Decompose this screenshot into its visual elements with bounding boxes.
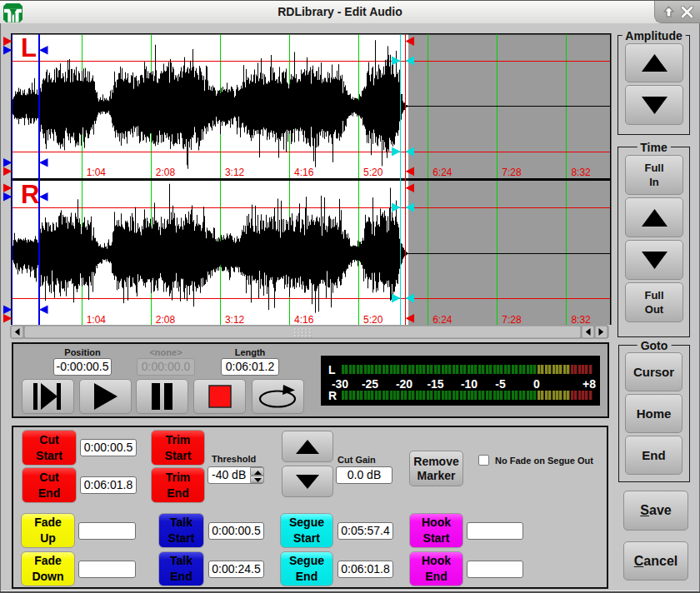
svg-text:3:12: 3:12 xyxy=(225,167,245,178)
svg-text:4:16: 4:16 xyxy=(294,167,314,178)
svg-text:7:28: 7:28 xyxy=(502,167,522,178)
svg-text:6:24: 6:24 xyxy=(432,314,452,326)
svg-text:5:20: 5:20 xyxy=(363,314,383,326)
svg-text:8:32: 8:32 xyxy=(571,314,591,326)
svg-text:7:28: 7:28 xyxy=(502,314,522,326)
svg-text:6:24: 6:24 xyxy=(432,167,452,178)
svg-text:1:04: 1:04 xyxy=(87,167,107,178)
svg-text:3:12: 3:12 xyxy=(225,314,245,326)
svg-text:4:16: 4:16 xyxy=(294,314,314,326)
svg-text:2:08: 2:08 xyxy=(156,314,176,326)
svg-text:L: L xyxy=(21,33,37,62)
svg-text:8:32: 8:32 xyxy=(571,167,591,178)
svg-text:1:04: 1:04 xyxy=(87,314,107,326)
svg-text:2:08: 2:08 xyxy=(156,167,176,178)
svg-text:R: R xyxy=(21,180,39,209)
svg-text:5:20: 5:20 xyxy=(363,167,383,178)
